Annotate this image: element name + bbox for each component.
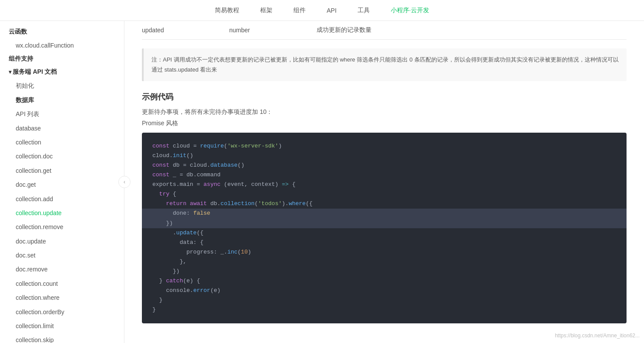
sidebar-item-zujian[interactable]: 组件支持 (0, 52, 124, 65)
nav-bar: 简易教程 框架 组件 API 工具 小程序·云开发 (0, 0, 644, 21)
table-row-updated: updated number 成功更新的记录数量 (142, 21, 627, 40)
sidebar-item-collection-limit[interactable]: collection.limit (0, 319, 124, 333)
nav-kuangjia[interactable]: 框架 (258, 7, 274, 14)
code-line-3: const db = cloud.database() (152, 161, 616, 170)
code-line-11: data: { (152, 238, 616, 247)
sidebar-item-collection-where[interactable]: collection.where (0, 291, 124, 305)
code-line-10: .update({ (152, 228, 616, 238)
sidebar-item-collection-count[interactable]: collection.count (0, 277, 124, 291)
sidebar-wrap: 云函数 wx.cloud.callFunction 组件支持 服务端 API 文… (0, 21, 124, 343)
code-line-14: }) (152, 267, 616, 276)
promise-label: Promise 风格 (142, 120, 627, 127)
code-line-13: }, (152, 257, 616, 267)
sidebar-collapse-button[interactable]: ‹ (118, 176, 131, 188)
code-line-12: progress: _.inc(10) (152, 247, 616, 257)
sidebar-item-collection-get[interactable]: collection.get (0, 164, 124, 178)
sidebar: 云函数 wx.cloud.callFunction 组件支持 服务端 API 文… (0, 21, 124, 343)
code-line-4: const _ = db.command (152, 170, 616, 180)
section-heading: 示例代码 (142, 92, 627, 102)
nav-miniprogram[interactable]: 小程序·云开发 (389, 7, 431, 14)
main-layout: 云函数 wx.cloud.callFunction 组件支持 服务端 API 文… (0, 21, 644, 343)
code-line-1: const cloud = require('wx-server-sdk') (152, 141, 616, 151)
code-line-5: exports.main = async (event, context) =>… (152, 180, 616, 189)
sidebar-item-collection-update[interactable]: collection.update (0, 206, 124, 220)
sidebar-item-shujuku[interactable]: 数据库 (0, 93, 124, 107)
nav-api[interactable]: API (325, 7, 338, 14)
sidebar-item-yunhanshu[interactable]: 云函数 (0, 25, 124, 38)
top-nav: 简易教程 框架 组件 API 工具 小程序·云开发 (0, 0, 644, 21)
nav-gongju[interactable]: 工具 (356, 7, 372, 14)
sidebar-item-doc-remove[interactable]: doc.remove (0, 262, 124, 276)
sidebar-item-collection-remove[interactable]: collection.remove (0, 220, 124, 234)
code-line-18: } (152, 305, 616, 315)
nav-jianyi[interactable]: 简易教程 (213, 7, 241, 14)
sidebar-item-collection-orderby[interactable]: collection.orderBy (0, 305, 124, 319)
code-line-7: return await db.collection('todos').wher… (152, 199, 616, 209)
sidebar-item-collection-doc[interactable]: collection.doc (0, 149, 124, 163)
code-line-6: try { (152, 189, 616, 199)
code-line-15: } catch(e) { (152, 276, 616, 286)
table-col-updated: updated (142, 27, 229, 34)
sidebar-item-doc-set[interactable]: doc.set (0, 248, 124, 262)
sidebar-item-chushihua[interactable]: 初始化 (0, 79, 124, 93)
sidebar-item-collection-skip[interactable]: collection.skip (0, 333, 124, 343)
code-line-16: console.error(e) (152, 286, 616, 295)
sidebar-item-doc-get[interactable]: doc.get (0, 178, 124, 192)
sidebar-item-fuwuduan[interactable]: 服务端 API 文档 (0, 65, 124, 79)
sidebar-item-database[interactable]: database (0, 121, 124, 135)
section-subtext: 更新待办事项，将所有未完待办事项进度加 10： (142, 108, 627, 116)
sidebar-item-collection-add[interactable]: collection.add (0, 192, 124, 206)
sidebar-item-api-list[interactable]: API 列表 (0, 107, 124, 121)
sidebar-item-collection[interactable]: collection (0, 135, 124, 149)
table-col-desc: 成功更新的记录数量 (317, 26, 627, 34)
sidebar-item-callfunction[interactable]: wx.cloud.callFunction (0, 38, 124, 52)
sidebar-item-doc-update[interactable]: doc.update (0, 234, 124, 248)
content-area: updated number 成功更新的记录数量 注：API 调用成功不一定代表… (124, 21, 644, 343)
nav-zujian[interactable]: 组件 (292, 7, 307, 14)
table-col-number: number (229, 27, 317, 34)
note-box: 注：API 调用成功不一定代表想要更新的记录已被更新，比如有可能指定的 wher… (142, 48, 627, 81)
code-line-9: }) (142, 219, 627, 228)
code-line-2: cloud.init() (152, 151, 616, 161)
code-line-8: done: false (142, 209, 627, 218)
code-block: const cloud = require('wx-server-sdk') c… (142, 133, 627, 324)
watermark: https://blog.csdn.net/Amne_ition62... (555, 333, 640, 339)
code-line-17: } (152, 295, 616, 305)
